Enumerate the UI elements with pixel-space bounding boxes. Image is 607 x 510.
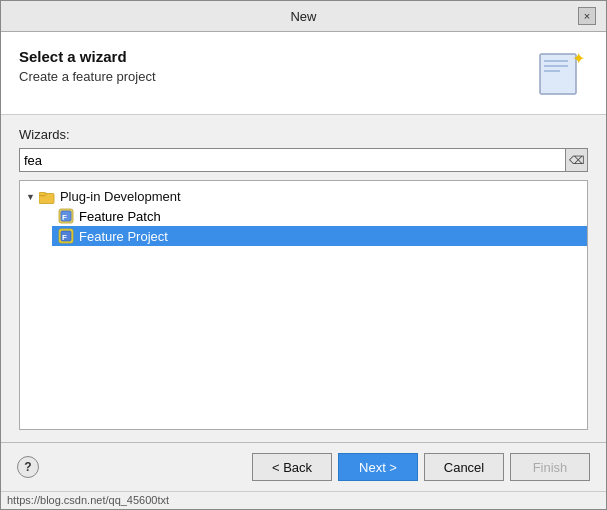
tree-group: ▼ Plug-in Development — [20, 185, 587, 248]
tree-group-label: Plug-in Development — [60, 189, 181, 204]
tree-group-header[interactable]: ▼ Plug-in Development — [20, 187, 587, 206]
header-section: Select a wizard Create a feature project… — [1, 32, 606, 115]
selected-item-label: Feature Project — [79, 229, 168, 244]
wizards-label: Wizards: — [19, 127, 588, 142]
status-bar: https://blog.csdn.net/qq_45600txt — [1, 491, 606, 509]
search-row: ⌫ — [19, 148, 588, 172]
tree-item-selected[interactable]: F Feature Project — [52, 226, 587, 246]
tree-items: F Feature Patch F Feature Project — [20, 206, 587, 246]
chevron-down-icon: ▼ — [26, 192, 35, 202]
status-text: https://blog.csdn.net/qq_45600txt — [7, 494, 169, 506]
svg-text:✦: ✦ — [572, 50, 585, 67]
dialog-title: New — [29, 9, 578, 24]
page-subtitle: Create a feature project — [19, 69, 156, 84]
cancel-button[interactable]: Cancel — [424, 453, 504, 481]
svg-rect-3 — [544, 65, 568, 67]
clear-search-button[interactable]: ⌫ — [566, 148, 588, 172]
page-title: Select a wizard — [19, 48, 156, 65]
search-input[interactable] — [19, 148, 566, 172]
back-button[interactable]: < Back — [252, 453, 332, 481]
title-bar: New × — [1, 1, 606, 32]
tree-item[interactable]: F Feature Patch — [52, 206, 587, 226]
next-button[interactable]: Next > — [338, 453, 418, 481]
folder-icon — [39, 190, 55, 204]
help-button[interactable]: ? — [17, 456, 39, 478]
wizard-icon-svg: ✦ — [536, 48, 588, 100]
footer-left: ? — [17, 456, 39, 478]
svg-rect-2 — [544, 60, 568, 62]
dialog: New × Select a wizard Create a feature p… — [0, 0, 607, 510]
content-section: Wizards: ⌫ ▼ Plug-in Development — [1, 115, 606, 442]
svg-text:F: F — [62, 213, 67, 222]
footer-section: ? < Back Next > Cancel Finish — [1, 442, 606, 491]
feature-patch-icon: F — [58, 208, 74, 224]
finish-button[interactable]: Finish — [510, 453, 590, 481]
close-button[interactable]: × — [578, 7, 596, 25]
clear-icon: ⌫ — [569, 154, 585, 167]
wizard-icon: ✦ — [536, 48, 588, 100]
tree-item-label: Feature Patch — [79, 209, 161, 224]
feature-project-icon: F — [58, 228, 74, 244]
svg-rect-4 — [544, 70, 560, 72]
header-text: Select a wizard Create a feature project — [19, 48, 156, 84]
footer-buttons: < Back Next > Cancel Finish — [252, 453, 590, 481]
tree-container: ▼ Plug-in Development — [19, 180, 588, 430]
svg-rect-8 — [39, 192, 46, 195]
svg-text:F: F — [62, 233, 67, 242]
